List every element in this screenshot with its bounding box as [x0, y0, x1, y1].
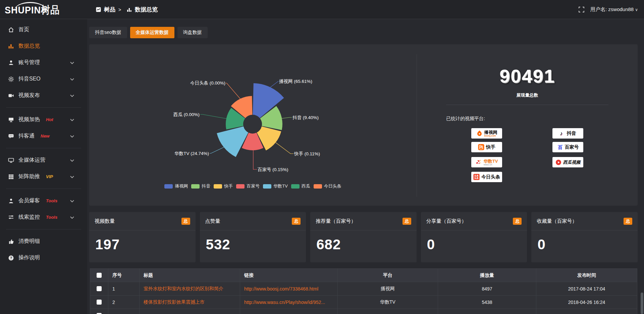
row-platform	[338, 309, 438, 314]
row-select-cell	[90, 296, 108, 309]
sidebar-item-视频加热[interactable]: 视频加热Hot	[0, 111, 87, 128]
platform-badge-今日头条: 头条头条今日头条	[471, 172, 502, 182]
video-table-wrap: 序号标题链接平台播放量发布时间 1室外水纹灯和室内水纹灯的区别和简介http:/…	[90, 268, 637, 314]
video-title-link[interactable]: 楼体投影灯投影效果震撼上市	[144, 299, 205, 305]
column-header-播放量: 播放量	[438, 269, 536, 282]
sidebar-item-账号管理[interactable]: 账号管理	[0, 54, 87, 71]
boosj-logo-icon	[476, 130, 483, 137]
video-url-link[interactable]: http://www.boosj.com/7338468.html	[244, 286, 318, 292]
pie-label-播视网: 播视网 (65.61%)	[279, 79, 312, 84]
page-scrollbar[interactable]	[640, 19, 644, 314]
row-index: 1	[108, 282, 140, 296]
legend-item-播视网[interactable]: 播视网	[164, 183, 188, 189]
platform-badge-name: 快手	[486, 144, 495, 150]
sidebar-divider	[6, 229, 81, 229]
legend-item-抖音[interactable]: 抖音	[191, 183, 210, 189]
total-badge: 总	[513, 218, 522, 225]
legend-item-百家号[interactable]: 百家号	[236, 183, 260, 189]
row-index: 2	[108, 296, 140, 309]
sidebar-item-操作说明[interactable]: ?操作说明	[0, 250, 87, 266]
tab-全媒体运营数据[interactable]: 全媒体运营数据	[130, 27, 174, 38]
sidebar-divider	[6, 148, 81, 148]
video-url-link[interactable]: http://www.wasu.cn/Play/show/id/952...	[244, 300, 325, 305]
stat-card-header: 分享量（百家号）总	[421, 212, 527, 230]
sidebar-item-label: 消费明细	[18, 238, 40, 245]
sidebar-item-会员爆客[interactable]: 会员爆客Tools	[0, 193, 87, 209]
pie-slice-华数TV[interactable]	[217, 126, 248, 157]
scrollbar-thumb[interactable]	[641, 293, 643, 314]
sidebar-item-消费明细[interactable]: 消费明细	[0, 233, 87, 250]
breadcrumb-separator: >	[118, 7, 121, 12]
total-badge: 总	[292, 218, 301, 225]
legend-item-华数TV[interactable]: 华数TV	[263, 183, 288, 189]
sidebar-item-label: 矩阵助推	[18, 173, 40, 180]
legend-swatch	[291, 184, 300, 189]
sidebar-item-label: 数据总览	[18, 43, 40, 50]
fullscreen-icon[interactable]	[579, 7, 584, 12]
platform-badge-name: 西瓜视频	[563, 159, 581, 165]
user-menu[interactable]: 用户名: zswodun88 ∨	[590, 6, 638, 13]
column-header-发布时间: 发布时间	[536, 269, 637, 282]
help-icon: ?	[8, 255, 14, 261]
sidebar-item-label: 抖音SEO	[18, 75, 41, 83]
total-impressions-label: 展现量总数	[446, 92, 608, 98]
stat-card-header: 推荐量（百家号）总	[310, 212, 417, 230]
pie-label-line	[276, 143, 293, 154]
legend-swatch	[314, 184, 322, 189]
legend-item-快手[interactable]: 快手	[214, 183, 233, 189]
platform-badge-百家号: 百百家号	[552, 142, 583, 152]
pie-label-line	[253, 148, 257, 169]
chevron-down-icon	[69, 76, 75, 82]
stat-card-title: 分享量（百家号）	[426, 218, 467, 224]
sidebar-item-label: 视频发布	[18, 92, 40, 99]
sidebar-item-线索监控[interactable]: 线索监控Tools	[0, 209, 87, 225]
sidebar-item-全媒体运营[interactable]: 全媒体运营	[0, 152, 87, 168]
sidebar-item-首页[interactable]: 首页	[0, 21, 87, 38]
chevron-down-icon	[69, 60, 75, 66]
sidebar-item-label: 抖客通	[18, 133, 35, 140]
select-all-checkbox[interactable]	[90, 269, 108, 282]
breadcrumb-home[interactable]: 树品	[104, 6, 115, 13]
chevron-down-icon	[69, 214, 75, 220]
stat-card-header: 收藏量（百家号）总	[531, 212, 638, 230]
legend-swatch	[236, 184, 245, 189]
pie-label-快手: 快手 (0.11%)	[294, 151, 320, 156]
row-select-cell	[90, 282, 108, 296]
column-header-链接: 链接	[240, 269, 338, 282]
monitor-icon	[8, 157, 14, 163]
sidebar: 首页数据总览账号管理抖音SEO视频发布视频加热Hot抖客通New全媒体运营矩阵助…	[0, 19, 87, 314]
sidebar-item-数据总览[interactable]: 数据总览	[0, 38, 87, 54]
sidebar-item-视频发布[interactable]: 视频发布	[0, 87, 87, 104]
row-platform: 华数TV	[338, 296, 438, 309]
tab-询盘数据[interactable]: 询盘数据	[177, 27, 208, 38]
table-row: 2楼体投影灯投影效果震撼上市http://www.wasu.cn/Play/sh…	[90, 296, 637, 309]
stat-card-推荐量（百家号）: 推荐量（百家号）总682	[310, 212, 417, 262]
stat-card-title: 点赞量	[205, 218, 220, 224]
sidebar-item-抖音SEO[interactable]: 抖音SEO	[0, 71, 87, 87]
legend-item-西瓜[interactable]: 西瓜	[291, 183, 310, 189]
pie-label-line	[226, 83, 244, 103]
bar-chart-icon	[8, 43, 14, 49]
user-icon	[8, 60, 14, 66]
sliders-icon	[8, 214, 14, 220]
main-content: 抖音seo数据全媒体运营数据询盘数据 播视网 (65.61%)抖音 (9.40%…	[89, 19, 638, 314]
username: 用户名: zswodun88	[590, 6, 634, 13]
checkbox[interactable]	[97, 286, 102, 291]
legend-item-今日头条[interactable]: 今日头条	[314, 183, 341, 189]
stat-cards-row: 视频数量总197点赞量总532推荐量（百家号）总682分享量（百家号）总0收藏量…	[89, 212, 638, 262]
checkbox[interactable]	[97, 300, 102, 305]
tab-抖音seo数据[interactable]: 抖音seo数据	[89, 27, 127, 38]
chart-panel: 播视网 (65.61%)抖音 (9.40%)快手 (0.11%)百家号 (0.1…	[89, 44, 638, 206]
stat-card-title: 视频数量	[95, 218, 115, 224]
bar-chart-icon	[127, 7, 132, 12]
logo-text: SHUPIN树品	[5, 3, 85, 17]
screen-icon	[8, 117, 14, 123]
sidebar-item-矩阵助推[interactable]: 矩阵助推VIP	[0, 168, 87, 185]
video-title-link[interactable]: 室外水纹灯和室内水纹灯的区别和简介	[144, 286, 223, 291]
checkbox[interactable]	[97, 273, 102, 278]
sidebar-item-抖客通[interactable]: 抖客通New	[0, 128, 87, 144]
pie-label-line	[210, 147, 224, 153]
row-plays: 8497	[438, 282, 536, 296]
stat-card-header: 视频数量总	[89, 212, 196, 230]
row-published: 2017-08-24 17:04	[536, 282, 637, 296]
